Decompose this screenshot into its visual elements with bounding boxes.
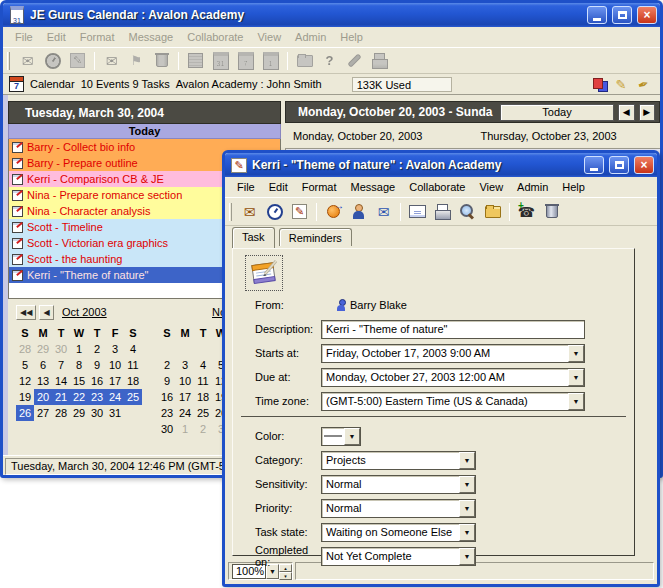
mini-calendar-day[interactable]: 20: [34, 389, 52, 405]
month-link-oct-2003[interactable]: Oct 2003: [62, 306, 107, 318]
mini-calendar-day[interactable]: 3: [106, 341, 124, 357]
due-at-select[interactable]: Monday, October 27, 2003 12:00 AM: [321, 368, 585, 387]
mini-calendar-day[interactable]: 11: [124, 357, 142, 373]
tab-reminders[interactable]: Reminders: [279, 228, 352, 246]
print-icon[interactable]: [431, 201, 454, 222]
send-mail-icon[interactable]: [372, 201, 395, 222]
pages-icon[interactable]: [589, 74, 609, 95]
priority-select[interactable]: Normal: [321, 499, 476, 518]
mini-calendar-day[interactable]: 8: [70, 357, 88, 373]
mini-calendar-day[interactable]: 17: [106, 373, 124, 389]
dialog-menu-collaborate[interactable]: Collaborate: [403, 179, 471, 195]
mini-calendar-day[interactable]: 14: [52, 373, 70, 389]
color-select[interactable]: [321, 427, 361, 446]
next-week-button[interactable]: ▶: [639, 104, 655, 121]
chevron-down-icon[interactable]: [459, 476, 475, 493]
category-select[interactable]: Projects: [321, 451, 476, 470]
mini-calendar-day[interactable]: 4: [194, 357, 212, 373]
main-menu-view[interactable]: View: [251, 29, 287, 45]
mini-calendar-day[interactable]: 22: [70, 389, 88, 405]
mini-calendar-day[interactable]: 25: [124, 389, 142, 405]
mini-calendar-day[interactable]: 23: [88, 389, 106, 405]
mini-calendar-day[interactable]: 1: [70, 341, 88, 357]
main-menu-message[interactable]: Message: [123, 29, 180, 45]
today-button[interactable]: Today: [500, 104, 614, 121]
mini-calendar-day[interactable]: 17: [176, 389, 194, 405]
new-alarm-icon[interactable]: [263, 201, 286, 222]
chevron-down-icon[interactable]: [459, 548, 475, 565]
maximize-button[interactable]: [612, 6, 632, 24]
dialog-menu-edit[interactable]: Edit: [263, 179, 294, 195]
mini-calendar-day[interactable]: 16: [88, 373, 106, 389]
mini-calendar-day[interactable]: 19: [16, 389, 34, 405]
description-input[interactable]: Kerri - "Theme of nature": [321, 320, 585, 339]
mini-calendar-day[interactable]: 9: [88, 357, 106, 373]
chevron-down-icon[interactable]: [459, 524, 475, 541]
prev-year-button[interactable]: ◀◀: [16, 305, 36, 320]
main-menu-format[interactable]: Format: [74, 29, 121, 45]
main-menu-file[interactable]: File: [9, 29, 39, 45]
mini-calendar-day[interactable]: 27: [34, 405, 52, 421]
mini-calendar-day[interactable]: 7: [52, 357, 70, 373]
dialog-menu-admin[interactable]: Admin: [511, 179, 554, 195]
close-button[interactable]: ×: [637, 6, 657, 24]
main-titlebar[interactable]: JE Gurus Calendar : Avalon Academy ×: [3, 3, 660, 27]
mini-calendar-day[interactable]: 30: [88, 405, 106, 421]
sensitivity-select[interactable]: Normal: [321, 475, 476, 494]
dial-icon[interactable]: [515, 201, 538, 222]
folder-icon[interactable]: [481, 201, 504, 222]
mini-calendar-day[interactable]: 2: [88, 341, 106, 357]
chevron-down-icon[interactable]: [344, 428, 360, 445]
new-task-icon[interactable]: [288, 201, 311, 222]
time-zone-select[interactable]: (GMT-5:00) Eastern Time (US & Canada): [321, 392, 585, 411]
mini-calendar-day[interactable]: 5: [16, 357, 34, 373]
dialog-maximize-button[interactable]: [609, 156, 629, 174]
mini-calendar-day[interactable]: 13: [34, 373, 52, 389]
starts-at-select[interactable]: Friday, October 17, 2003 9:00 AM: [321, 344, 585, 363]
find-icon[interactable]: [456, 201, 479, 222]
mini-calendar-day[interactable]: 31: [106, 405, 124, 421]
tab-task[interactable]: Task: [232, 227, 275, 248]
completed-on-select[interactable]: Not Yet Complete: [321, 547, 476, 566]
mini-calendar-day[interactable]: 25: [194, 405, 212, 421]
mini-calendar-day[interactable]: 3: [176, 357, 194, 373]
goto-user-icon[interactable]: [322, 201, 345, 222]
mini-calendar-day[interactable]: 10: [176, 373, 194, 389]
dialog-titlebar[interactable]: Kerri - "Theme of nature" : Avalon Acade…: [225, 153, 657, 177]
dialog-minimize-button[interactable]: [584, 156, 604, 174]
signature-icon[interactable]: [633, 74, 653, 95]
dialog-menu-file[interactable]: File: [231, 179, 261, 195]
task-state-select[interactable]: Waiting on Someone Else: [321, 523, 476, 542]
main-menu-edit[interactable]: Edit: [41, 29, 72, 45]
chevron-down-icon[interactable]: [459, 452, 475, 469]
mini-calendar-day[interactable]: 30: [52, 341, 70, 357]
chevron-down-icon[interactable]: [568, 369, 584, 386]
mini-calendar-day[interactable]: 24: [176, 405, 194, 421]
dialog-menu-format[interactable]: Format: [296, 179, 343, 195]
mini-calendar-day[interactable]: 10: [106, 357, 124, 373]
chevron-down-icon[interactable]: [459, 500, 475, 517]
dialog-menu-help[interactable]: Help: [556, 179, 591, 195]
prev-month-button[interactable]: ◀: [39, 305, 53, 320]
address-card-icon[interactable]: [406, 201, 429, 222]
mini-calendar-day[interactable]: 28: [52, 405, 70, 421]
day-column-1[interactable]: Monday, October 20, 2003: [285, 130, 473, 142]
new-event-icon[interactable]: [238, 201, 261, 222]
dialog-menu-view[interactable]: View: [473, 179, 509, 195]
mini-calendar-day[interactable]: 29: [34, 341, 52, 357]
mini-calendar-day[interactable]: 21: [52, 389, 70, 405]
mini-calendar-day[interactable]: 1: [176, 421, 194, 437]
main-menu-help[interactable]: Help: [334, 29, 369, 45]
main-menu-collaborate[interactable]: Collaborate: [181, 29, 249, 45]
mini-calendar-day[interactable]: 18: [194, 389, 212, 405]
mini-calendar-day[interactable]: 28: [16, 341, 34, 357]
spin-down-icon[interactable]: ▾: [279, 572, 292, 580]
minimize-button[interactable]: [587, 6, 607, 24]
chevron-down-icon[interactable]: [568, 393, 584, 410]
mini-calendar-day[interactable]: 2: [194, 421, 212, 437]
mini-calendar-day[interactable]: 29: [70, 405, 88, 421]
mini-calendar-day[interactable]: 18: [124, 373, 142, 389]
mini-calendar-day[interactable]: 16: [158, 389, 176, 405]
mini-calendar-day[interactable]: 6: [34, 357, 52, 373]
main-menu-admin[interactable]: Admin: [289, 29, 332, 45]
